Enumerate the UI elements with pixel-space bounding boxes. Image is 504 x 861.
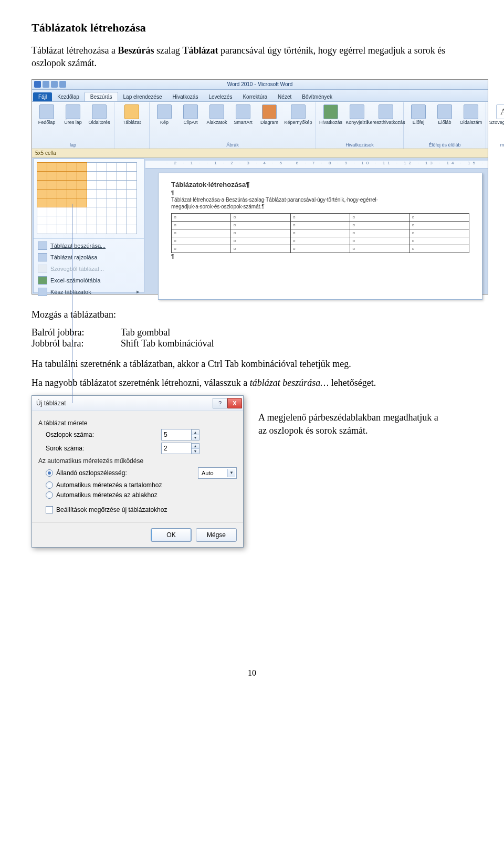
movement-left-2: Jobbról balra:	[32, 338, 121, 349]
grid-icon	[38, 242, 47, 250]
annotation-arrow	[72, 204, 72, 403]
redo-icon[interactable]	[59, 81, 66, 88]
convert-icon	[38, 265, 47, 273]
btn-screenshot[interactable]: Képernyőkép	[284, 104, 312, 125]
btn-blank-page[interactable]: Üres lap	[61, 104, 85, 125]
insert-table-dialog: Új táblázat ? X A táblázat mérete Oszlop…	[32, 395, 244, 548]
movement-right-1: Tab gombbal	[121, 327, 472, 338]
ok-button[interactable]: OK	[151, 528, 192, 542]
columns-spinner[interactable]: ▲▼	[161, 429, 200, 440]
spin-down-icon[interactable]: ▼	[192, 449, 199, 454]
checkbox-remember[interactable]: Beállítások megőrzése új táblázatokhoz	[46, 506, 237, 513]
word-icon	[34, 81, 41, 88]
grp-text-label: mo	[500, 142, 504, 149]
cancel-button[interactable]: Mégse	[196, 528, 237, 542]
btn-table[interactable]: Táblázat	[118, 104, 146, 125]
spin-up-icon[interactable]: ▲	[192, 444, 199, 449]
tab-review[interactable]: Korrektúra	[237, 92, 272, 101]
preview-table: ¤¤¤¤¤ ¤¤¤¤¤ ¤¤¤¤¤ ¤¤¤¤¤ ¤¤¤¤¤	[171, 213, 469, 253]
tab-file[interactable]: Fájl	[33, 92, 52, 101]
lbl-footer: Élőláb	[438, 120, 451, 125]
ribbon: Fedőlap Üres lap Oldaltörés lap Táblázat…	[32, 102, 488, 149]
radio-autofit-window[interactable]: Automatikus méretezés az ablakhoz	[46, 491, 237, 499]
tab-note: Ha tabulálni szeretnénk a táblázatban, a…	[32, 358, 472, 370]
tab-view[interactable]: Nézet	[272, 92, 297, 101]
btn-header[interactable]: Élőfej	[407, 104, 430, 125]
tab-references[interactable]: Hivatkozás	[167, 92, 203, 101]
grp-ill-label: Ábrák	[226, 142, 239, 149]
btn-page-break[interactable]: Oldaltörés	[88, 104, 111, 125]
radio-fixed-label: Állandó oszlopszélesség:	[56, 469, 127, 477]
checkbox-icon	[46, 506, 53, 513]
lbl-book: Könyvjelző	[345, 120, 369, 125]
btn-smartart[interactable]: SmartArt	[232, 104, 255, 125]
btn-footer[interactable]: Élőláb	[433, 104, 456, 125]
lbl-blank: Üres lap	[64, 120, 82, 125]
intro-pre: Táblázat létrehozása a	[32, 45, 118, 56]
menu-insert-table[interactable]: Táblázat beszúrása...	[34, 240, 144, 251]
lbl-pic: Kép	[160, 120, 169, 125]
doc-pilcrow-2: ¶	[171, 253, 469, 260]
section-table-size: A táblázat mérete	[38, 419, 237, 427]
lbl-table: Táblázat	[123, 120, 141, 125]
menu-quick-tables[interactable]: Kész táblázatok▸	[34, 286, 144, 298]
grp-links-label: Hivatkozások	[345, 142, 374, 149]
btn-bookmark[interactable]: Könyvjelző	[345, 104, 369, 125]
btn-shapes[interactable]: Alakzatok	[205, 104, 228, 125]
columns-input[interactable]	[161, 429, 192, 440]
radio-autofit-content[interactable]: Automatikus méretezés a tartalomhoz	[46, 481, 237, 489]
btn-textbox[interactable]: ASzövegdoboz	[489, 104, 504, 125]
menu-excel-table[interactable]: Excel-számolótábla	[34, 275, 144, 286]
undo-icon[interactable]	[51, 81, 58, 88]
table-grid-picker[interactable]	[34, 159, 144, 237]
page-heading: Táblázatok létrehozása	[32, 21, 472, 35]
grp-hdr-label: Élőfej és élőláb	[428, 142, 460, 149]
dialog-titlebar: Új táblázat ? X	[32, 396, 243, 411]
pencil-icon	[38, 253, 47, 261]
spin-up-icon[interactable]: ▲	[192, 430, 199, 435]
movement-row-2: Jobbról balra: Shift Tab kombinációval	[32, 338, 472, 349]
rows-spinner[interactable]: ▲▼	[161, 443, 200, 454]
lbl-textbox: Szövegdoboz	[489, 120, 504, 125]
menu-draw-table[interactable]: Táblázat rajzolása	[34, 251, 144, 263]
tab-mailings[interactable]: Levelezés	[203, 92, 237, 101]
btn-cover-page[interactable]: Fedőlap	[35, 104, 58, 125]
rows-input[interactable]	[161, 443, 192, 454]
big-italic: táblázat beszúrása…	[250, 377, 329, 388]
fixed-width-combo[interactable]: Auto ▼	[198, 467, 237, 479]
close-button[interactable]: X	[227, 398, 242, 408]
tab-layout[interactable]: Lap elrendezése	[118, 92, 167, 101]
table-dropdown-panel: Táblázat beszúrása... Táblázat rajzolása…	[33, 159, 144, 293]
tab-home[interactable]: Kezdőlap	[52, 92, 85, 101]
ribbon-group-header: Élőfej Élőláb Oldalszám Élőfej és élőláb	[404, 102, 486, 149]
btn-page-number[interactable]: Oldalszám	[459, 104, 482, 125]
btn-chart[interactable]: Diagram	[258, 104, 281, 125]
tab-insert[interactable]: Beszúrás	[85, 92, 118, 101]
word-titlebar: Word 2010 - Microsoft Word	[32, 80, 488, 90]
rows-label: Sorok száma:	[46, 445, 156, 452]
ribbon-group-illustrations: Kép ClipArt Alakzatok SmartArt Diagram K…	[150, 102, 316, 149]
tab-addins[interactable]: Bővítmények	[297, 92, 338, 101]
table-size-indicator: 5x5 cella	[32, 149, 488, 158]
doc-paragraph: Táblázat·létrehozása·a·Beszúrás·szalag·T…	[171, 196, 469, 210]
menu-convert-text-label: Szövegből táblázat...	[50, 266, 104, 272]
fixed-width-value: Auto	[202, 470, 227, 476]
document-page[interactable]: Táblázatok·létrehozása¶ ¶ Táblázat·létre…	[158, 173, 482, 300]
lbl-clip: ClipArt	[183, 120, 197, 125]
ribbon-tabs: Fájl Kezdőlap Beszúrás Lap elrendezése H…	[32, 90, 488, 102]
btn-clipart[interactable]: ClipArt	[179, 104, 202, 125]
btn-hyperlink[interactable]: Hivatkozás	[319, 104, 342, 125]
lbl-break: Oldaltörés	[88, 120, 110, 125]
btn-picture[interactable]: Kép	[153, 104, 176, 125]
document-area: · 2 · 1 · · 1 · 2 · 3 · 4 · 5 · 6 · 7 · …	[145, 158, 488, 294]
spin-down-icon[interactable]: ▼	[192, 435, 199, 440]
ribbon-group-text: ASzövegdoboz mo	[486, 102, 504, 149]
page-number: 10	[32, 668, 472, 678]
btn-crossref[interactable]: Kereszthivatkozás	[372, 104, 400, 125]
radio-fixed-width[interactable]: Állandó oszlopszélesség: Auto ▼	[46, 467, 237, 479]
ribbon-group-links: Hivatkozás Könyvjelző Kereszthivatkozás …	[316, 102, 404, 149]
save-icon[interactable]	[43, 81, 49, 88]
help-button[interactable]: ?	[213, 398, 227, 408]
word-title-text: Word 2010 - Microsoft Word	[227, 81, 293, 87]
intro-mid: szalag	[156, 45, 182, 56]
